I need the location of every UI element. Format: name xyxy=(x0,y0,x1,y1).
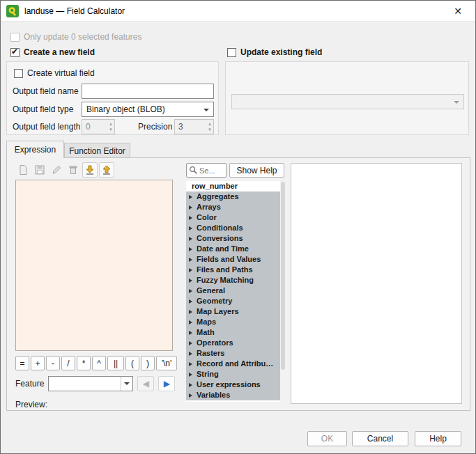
operator-equals[interactable]: = xyxy=(15,356,29,370)
export-expression-button[interactable] xyxy=(99,162,114,178)
output-field-length-value: 0 xyxy=(86,122,91,132)
operator-multiply[interactable]: * xyxy=(77,356,91,370)
function-group-operators[interactable]: Operators xyxy=(186,338,280,348)
output-field-type-select[interactable]: Binary object (BLOB) xyxy=(82,102,214,117)
function-group-variables[interactable]: Variables xyxy=(186,390,280,400)
precision-label: Precision xyxy=(138,122,172,132)
checkbox-box xyxy=(14,69,23,78)
function-group-conditionals[interactable]: Conditionals xyxy=(186,223,280,233)
help-button[interactable]: Help xyxy=(415,431,461,446)
import-expression-button[interactable] xyxy=(82,162,98,178)
feature-select[interactable] xyxy=(48,376,133,391)
expander-icon[interactable] xyxy=(189,383,192,387)
expander-icon[interactable] xyxy=(189,226,192,230)
list-item-label: String xyxy=(197,369,219,379)
function-group-conversions[interactable]: Conversions xyxy=(186,233,280,244)
close-icon[interactable]: ✕ xyxy=(446,1,470,21)
function-group-files-and-paths[interactable]: Files and Paths xyxy=(186,265,280,275)
show-help-button[interactable]: Show Help xyxy=(229,163,284,178)
expander-icon[interactable] xyxy=(189,268,192,272)
tab-function-editor[interactable]: Function Editor xyxy=(64,143,130,158)
save-expression-button[interactable] xyxy=(32,162,47,178)
expander-icon[interactable] xyxy=(189,362,192,366)
titlebar: landuse — Field Calculator ✕ xyxy=(1,1,475,22)
list-item-label: row_number xyxy=(192,181,238,191)
feature-row: Feature ◀ ▶ xyxy=(15,376,175,391)
function-group-maps[interactable]: Maps xyxy=(186,317,280,327)
checkbox-box xyxy=(227,48,236,57)
expander-icon[interactable] xyxy=(189,216,192,220)
expander-icon[interactable] xyxy=(189,237,192,241)
create-new-field-checkbox[interactable]: Create a new field xyxy=(10,47,95,57)
expander-icon[interactable] xyxy=(189,205,192,210)
function-group-arrays[interactable]: Arrays xyxy=(186,202,280,212)
function-group-rasters[interactable]: Rasters xyxy=(186,348,280,359)
expander-icon[interactable] xyxy=(189,258,192,262)
cancel-button[interactable]: Cancel xyxy=(352,431,408,446)
expander-icon[interactable] xyxy=(189,247,192,251)
expander-icon[interactable] xyxy=(189,373,192,377)
operator-newline[interactable]: '\n' xyxy=(156,356,177,370)
function-list-item-row-number[interactable]: row_number xyxy=(186,181,280,191)
expander-icon[interactable] xyxy=(189,331,192,335)
feature-label: Feature xyxy=(15,379,44,389)
operator-open-paren[interactable]: ( xyxy=(125,356,139,370)
create-virtual-field-checkbox[interactable]: Create virtual field xyxy=(14,68,95,78)
update-existing-field-checkbox[interactable]: Update existing field xyxy=(227,47,322,57)
chevron-down-icon[interactable] xyxy=(121,377,132,391)
function-search-input[interactable] xyxy=(199,166,224,175)
preview-label: Preview: xyxy=(15,400,47,409)
function-group-string[interactable]: String xyxy=(186,369,280,379)
expander-icon[interactable] xyxy=(189,279,192,283)
function-group-fuzzy-matching[interactable]: Fuzzy Matching xyxy=(186,275,280,285)
operator-concat[interactable]: || xyxy=(107,356,124,370)
function-list-scrollbar[interactable] xyxy=(280,181,286,402)
operator-close-paren[interactable]: ) xyxy=(141,356,155,370)
list-item-label: Arrays xyxy=(197,202,221,212)
function-group-map-layers[interactable]: Map Layers xyxy=(186,306,280,317)
function-group-geometry[interactable]: Geometry xyxy=(186,296,280,306)
expander-icon[interactable] xyxy=(189,195,192,199)
next-feature-button[interactable]: ▶ xyxy=(158,376,175,391)
function-group-fields-and-values[interactable]: Fields and Values xyxy=(186,254,280,265)
chevron-down-icon xyxy=(204,109,209,111)
operator-power[interactable]: ^ xyxy=(92,356,106,370)
list-item-label: Operators xyxy=(197,338,233,348)
qgis-icon xyxy=(6,5,19,17)
existing-field-select xyxy=(231,94,464,109)
ok-button[interactable]: OK xyxy=(307,431,347,446)
function-group-user-expressions[interactable]: User expressions xyxy=(186,379,280,390)
operator-plus[interactable]: + xyxy=(31,356,45,370)
expression-editor[interactable] xyxy=(15,180,173,351)
expander-icon[interactable] xyxy=(189,320,192,324)
function-search-row: Show Help xyxy=(186,163,286,178)
function-group-color[interactable]: Color xyxy=(186,212,280,223)
chevron-down-icon xyxy=(454,101,459,104)
function-group-general[interactable]: General xyxy=(186,285,280,296)
scrollbar-thumb[interactable] xyxy=(281,182,285,370)
function-group-aggregates[interactable]: Aggregates xyxy=(186,191,280,202)
operator-minus[interactable]: - xyxy=(46,356,60,370)
expander-icon[interactable] xyxy=(189,393,192,398)
expander-icon[interactable] xyxy=(189,310,192,314)
expander-icon[interactable] xyxy=(189,289,192,293)
output-field-name-input[interactable] xyxy=(82,84,214,99)
expander-icon[interactable] xyxy=(189,352,192,356)
list-item-label: Maps xyxy=(197,317,216,327)
expander-icon[interactable] xyxy=(189,341,192,345)
only-update-label: Only update 0 selected features xyxy=(24,32,141,42)
new-expression-button[interactable] xyxy=(15,162,31,178)
function-group-math[interactable]: Math xyxy=(186,327,280,338)
function-search-box[interactable] xyxy=(186,163,227,178)
only-update-checkbox: Only update 0 selected features xyxy=(10,32,141,42)
function-group-date-and-time[interactable]: Date and Time xyxy=(186,244,280,254)
expression-tab-pane: = + - / * ^ || ( ) '\n' Feature ◀ ▶ Prev… xyxy=(6,157,470,411)
tab-expression[interactable]: Expression xyxy=(6,141,64,158)
delete-expression-button[interactable] xyxy=(66,162,81,178)
function-group-record-and-attributes[interactable]: Record and Attribu… xyxy=(186,359,280,369)
list-item-label: General xyxy=(197,285,225,296)
expander-icon[interactable] xyxy=(189,299,192,304)
operator-divide[interactable]: / xyxy=(61,356,75,370)
list-item-label: Variables xyxy=(197,390,230,400)
edit-expression-button[interactable] xyxy=(49,162,64,178)
